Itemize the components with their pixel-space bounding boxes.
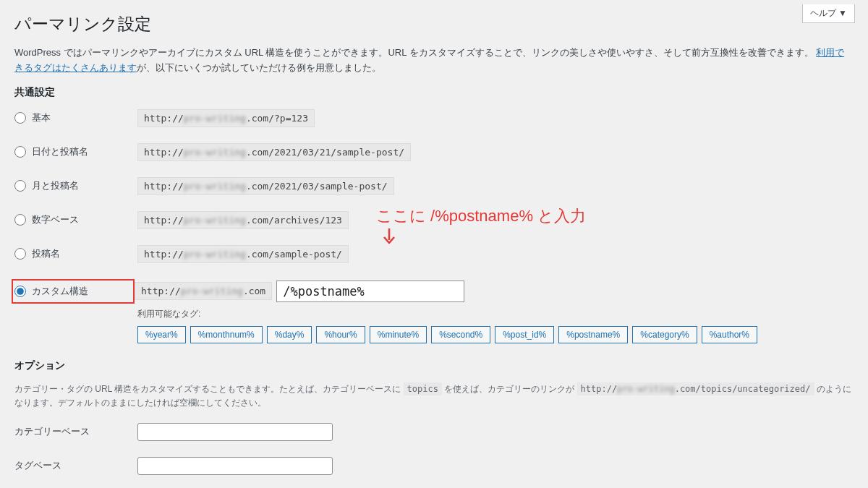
- option-row-plain: 基本 http://pro-writing.com/?p=123: [14, 109, 854, 127]
- tag-hour-button[interactable]: %hour%: [316, 326, 365, 343]
- radio-plain[interactable]: [14, 112, 26, 124]
- sample-postname: http://pro-writing.com/sample-post/: [137, 245, 349, 263]
- option-row-monthname: 月と投稿名 http://pro-writing.com/2021/03/sam…: [14, 177, 854, 195]
- intro-paragraph: WordPress ではパーマリンクやアーカイブにカスタム URL 構造を使うこ…: [14, 46, 854, 76]
- custom-structure-input[interactable]: [276, 281, 464, 302]
- common-settings-heading: 共通設定: [14, 86, 854, 99]
- options-description: カテゴリー・タグの URL 構造をカスタマイズすることもできます。たとえば、カテ…: [14, 382, 854, 410]
- radio-monthname[interactable]: [14, 180, 26, 192]
- tag-base-input[interactable]: [137, 457, 333, 475]
- option-row-numeric: 数字ベース http://pro-writing.com/archives/12…: [14, 211, 854, 229]
- tag-category-button[interactable]: %category%: [632, 326, 697, 343]
- settings-wrap: パーマリンク設定 WordPress ではパーマリンクやアーカイブにカスタム U…: [0, 0, 868, 488]
- radio-numeric[interactable]: [14, 214, 26, 226]
- option-text-dayname: 日付と投稿名: [32, 145, 88, 158]
- option-label-numeric[interactable]: 数字ベース: [14, 213, 137, 226]
- tag-postid-button[interactable]: %post_id%: [495, 326, 554, 343]
- sample-monthname: http://pro-writing.com/2021/03/sample-po…: [137, 177, 394, 195]
- category-base-row: カテゴリーベース: [14, 423, 854, 441]
- option-label-dayname[interactable]: 日付と投稿名: [14, 145, 137, 158]
- category-base-input[interactable]: [137, 423, 333, 441]
- radio-postname[interactable]: [14, 248, 26, 260]
- tag-postname-button[interactable]: %postname%: [558, 326, 628, 343]
- help-button[interactable]: ヘルプ ▼: [802, 4, 855, 23]
- available-tags-row: %year% %monthnum% %day% %hour% %minute% …: [137, 326, 854, 343]
- available-tags-label: 利用可能なタグ:: [137, 308, 854, 320]
- tag-author-button[interactable]: %author%: [702, 326, 757, 343]
- custom-structure-area: http://pro-writing.com: [135, 281, 464, 302]
- tag-second-button[interactable]: %second%: [431, 326, 490, 343]
- option-text-numeric: 数字ベース: [32, 213, 79, 226]
- option-text-postname: 投稿名: [32, 247, 60, 260]
- radio-dayname[interactable]: [14, 146, 26, 158]
- sample-dayname: http://pro-writing.com/2021/03/21/sample…: [137, 143, 411, 161]
- tag-day-button[interactable]: %day%: [267, 326, 312, 343]
- option-text-monthname: 月と投稿名: [32, 179, 79, 192]
- page-title: パーマリンク設定: [14, 13, 854, 35]
- option-row-postname: 投稿名 http://pro-writing.com/sample-post/: [14, 245, 854, 263]
- option-text-custom: カスタム構造: [32, 285, 88, 298]
- intro-text-1: WordPress ではパーマリンクやアーカイブにカスタム URL 構造を使うこ…: [14, 47, 814, 58]
- tag-base-label: タグベース: [14, 459, 137, 472]
- tag-minute-button[interactable]: %minute%: [370, 326, 427, 343]
- option-label-postname[interactable]: 投稿名: [14, 247, 137, 260]
- sample-numeric: http://pro-writing.com/archives/123: [137, 211, 349, 229]
- tag-base-row: タグベース: [14, 457, 854, 475]
- intro-text-2: が、以下にいくつか試していただける例を用意しました。: [137, 62, 381, 73]
- option-label-custom[interactable]: カスタム構造: [12, 279, 135, 304]
- example-url-code: http://pro-writing.com/topics/uncategori…: [577, 382, 814, 395]
- option-label-monthname[interactable]: 月と投稿名: [14, 179, 137, 192]
- radio-custom[interactable]: [14, 286, 26, 297]
- tag-monthnum-button[interactable]: %monthnum%: [190, 326, 263, 343]
- option-text-plain: 基本: [32, 111, 51, 124]
- sample-plain: http://pro-writing.com/?p=123: [137, 109, 315, 127]
- category-base-label: カテゴリーベース: [14, 425, 137, 438]
- option-label-plain[interactable]: 基本: [14, 111, 137, 124]
- tag-year-button[interactable]: %year%: [137, 326, 186, 343]
- option-row-dayname: 日付と投稿名 http://pro-writing.com/2021/03/21…: [14, 143, 854, 161]
- option-row-custom: カスタム構造 http://pro-writing.com: [14, 279, 854, 304]
- options-heading: オプション: [14, 359, 854, 372]
- topics-code: topics: [404, 382, 442, 395]
- sample-custom-prefix: http://pro-writing.com: [135, 282, 272, 300]
